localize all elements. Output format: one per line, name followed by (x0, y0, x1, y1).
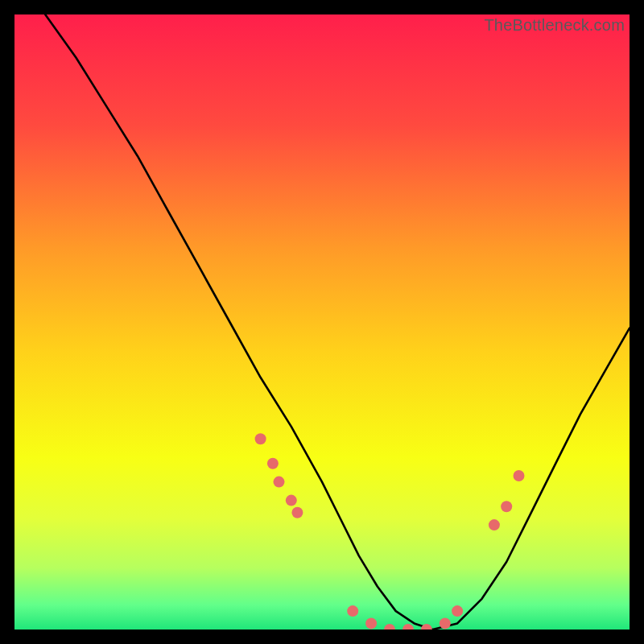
marker-point (255, 433, 266, 444)
marker-point (347, 605, 358, 617)
marker-point (501, 501, 512, 512)
marker-point (286, 495, 297, 506)
watermark-text: TheBottleneck.com (484, 16, 625, 35)
marker-point (452, 605, 463, 617)
marker-point (514, 470, 525, 481)
chart-frame: TheBottleneck.com (14, 14, 630, 630)
marker-point (489, 519, 500, 530)
marker-point (440, 617, 451, 629)
marker-point (291, 507, 303, 518)
chart-svg (14, 14, 630, 630)
marker-point (267, 458, 279, 469)
marker-point (365, 617, 377, 629)
marker-point (274, 477, 285, 488)
